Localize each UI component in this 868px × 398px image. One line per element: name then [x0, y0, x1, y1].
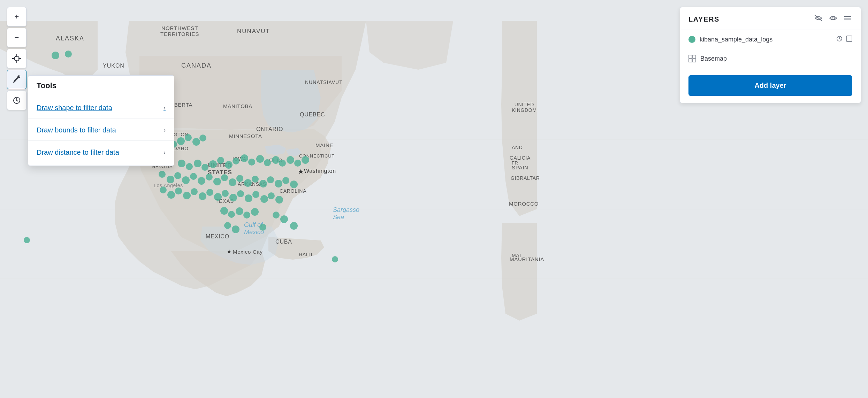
- data-dot: [236, 207, 243, 215]
- layer-item-logs[interactable]: kibana_sample_data_logs: [680, 30, 861, 49]
- data-dot: [175, 187, 182, 194]
- data-dot: [260, 195, 268, 203]
- data-dot: [186, 163, 193, 170]
- data-dot: [251, 208, 259, 216]
- data-dot: [183, 192, 191, 199]
- data-dot: [199, 135, 206, 141]
- data-dot: [201, 164, 208, 171]
- data-dot: [256, 155, 264, 163]
- data-dot: [190, 173, 197, 180]
- data-dot: [24, 237, 30, 243]
- layer-controls-logs: [836, 36, 852, 43]
- show-all-layers-icon[interactable]: [829, 14, 838, 24]
- data-dot: [237, 190, 244, 197]
- data-dot: [206, 189, 213, 196]
- data-dot: [236, 175, 243, 182]
- data-dot: [228, 211, 235, 218]
- data-dot: [272, 156, 280, 164]
- layers-header: LAYERS: [680, 7, 861, 30]
- data-dot: [229, 194, 237, 201]
- data-dot: [290, 222, 298, 230]
- data-dot: [198, 177, 205, 185]
- data-dot: [209, 160, 217, 168]
- data-dot: [182, 176, 190, 184]
- data-dot: [252, 176, 259, 183]
- data-dot: [264, 159, 271, 166]
- crosshair-button[interactable]: [7, 49, 26, 68]
- draw-bounds-label: Draw bounds to filter data: [37, 126, 116, 134]
- draw-shape-label: Draw shape to filter data: [37, 104, 112, 112]
- layers-icons: [814, 14, 852, 24]
- data-dot: [229, 178, 236, 186]
- data-dot: [282, 177, 289, 184]
- data-dot: [206, 174, 213, 181]
- data-dot: [245, 194, 252, 202]
- layer-name-logs: kibana_sample_data_logs: [700, 36, 832, 43]
- chevron-right-icon-2: ›: [163, 127, 166, 134]
- svg-point-16: [832, 17, 835, 20]
- popup-title: Tools: [28, 81, 174, 96]
- time-icon: [12, 96, 21, 105]
- data-dot: [259, 180, 267, 187]
- draw-tools-icon: [12, 75, 21, 84]
- data-dot: [191, 188, 198, 195]
- data-dot: [259, 224, 266, 231]
- popup-divider-2: [28, 118, 174, 118]
- data-dot: [232, 225, 239, 233]
- minus-icon: −: [15, 33, 19, 42]
- draw-distance-item[interactable]: Draw distance to filter data ›: [28, 142, 174, 163]
- data-dot: [243, 212, 250, 219]
- data-dot: [214, 193, 222, 201]
- data-dot: [194, 160, 201, 167]
- data-dot: [241, 154, 248, 162]
- data-dot: [248, 159, 255, 166]
- data-dot: [167, 191, 175, 199]
- data-dot: [167, 176, 174, 183]
- mexico-city-star: ★: [227, 248, 231, 255]
- data-dot: [224, 222, 231, 229]
- data-dot: [290, 181, 298, 188]
- washington-star: ★: [298, 167, 304, 176]
- popup-divider-3: [28, 140, 174, 141]
- data-dot: [280, 215, 288, 223]
- add-layer-button[interactable]: Add layer: [688, 75, 852, 96]
- data-dot: [244, 179, 252, 187]
- layer-item-basemap[interactable]: Basemap: [680, 49, 861, 68]
- chevron-right-icon-3: ›: [163, 149, 166, 156]
- layer-visible-checkbox[interactable]: [846, 36, 852, 43]
- data-dot: [275, 196, 283, 204]
- svg-rect-24: [689, 55, 692, 58]
- svg-point-14: [16, 100, 17, 101]
- data-dot: [279, 160, 286, 167]
- svg-rect-25: [693, 55, 696, 58]
- time-button[interactable]: [7, 91, 26, 110]
- data-dot: [160, 186, 167, 193]
- data-dot: [217, 157, 224, 164]
- layers-title: LAYERS: [688, 15, 719, 23]
- zoom-out-button[interactable]: −: [7, 28, 26, 47]
- draw-bounds-item[interactable]: Draw bounds to filter data ›: [28, 120, 174, 140]
- data-dot: [332, 256, 338, 262]
- data-dot: [220, 207, 228, 215]
- crosshair-icon: [12, 54, 21, 63]
- data-dot: [178, 160, 185, 167]
- data-dot: [302, 156, 309, 164]
- data-dot: [273, 212, 280, 219]
- data-dot: [225, 161, 233, 169]
- draw-shape-item[interactable]: Draw shape to filter data ›: [28, 98, 174, 118]
- data-dot: [294, 160, 301, 167]
- data-dot: [199, 192, 206, 200]
- layer-time-icon[interactable]: [836, 36, 843, 43]
- plus-icon: +: [15, 12, 19, 21]
- layers-menu-icon[interactable]: [843, 14, 852, 24]
- hide-all-layers-icon[interactable]: [814, 14, 823, 24]
- draw-distance-label: Draw distance to filter data: [37, 148, 119, 156]
- zoom-in-button[interactable]: +: [7, 7, 26, 26]
- svg-line-22: [839, 39, 840, 39]
- chevron-right-icon-1: ›: [163, 104, 166, 112]
- data-dot: [185, 134, 192, 141]
- data-dot: [65, 51, 72, 58]
- svg-rect-23: [846, 36, 852, 41]
- toolbar: + −: [7, 7, 26, 110]
- draw-tools-button[interactable]: [7, 70, 26, 89]
